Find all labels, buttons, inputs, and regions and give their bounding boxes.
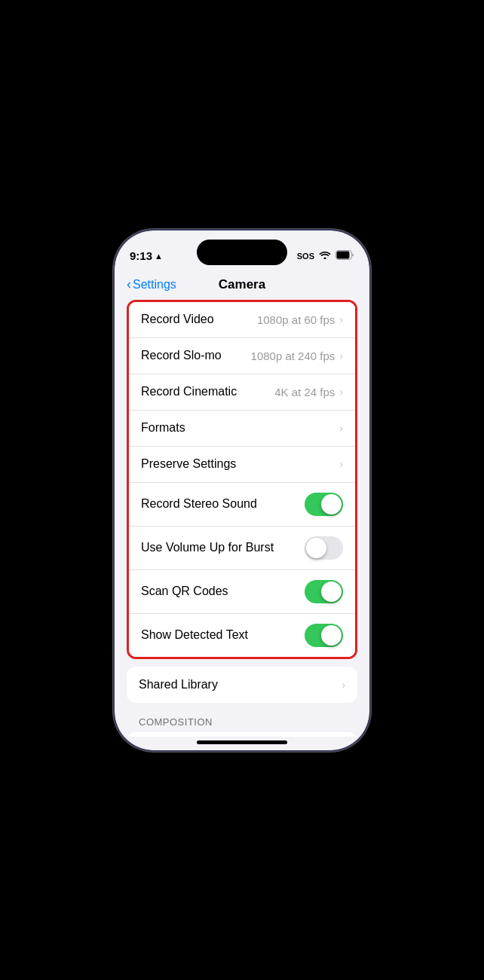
show-detected-text-toggle-knob [321,625,342,646]
shared-library-chevron-icon: › [342,679,345,691]
record-cinematic-value: 4K at 24 fps [274,386,335,398]
formats-right: › [339,422,343,434]
record-cinematic-row[interactable]: Record Cinematic 4K at 24 fps › [129,374,355,411]
record-stereo-sound-toggle[interactable] [305,493,343,516]
show-detected-text-toggle[interactable] [305,624,343,647]
use-volume-burst-toggle[interactable] [305,536,343,560]
use-volume-burst-toggle-knob [306,538,326,558]
dynamic-island [197,240,287,265]
scan-qr-codes-label: Scan QR Codes [141,585,228,598]
show-detected-text-row[interactable]: Show Detected Text [129,614,355,657]
shared-library-group: Shared Library › [127,667,357,703]
composition-group: Grid Level Mirror Front Camera [127,732,357,737]
video-settings-group: Record Video 1080p at 60 fps › Record Sl… [127,300,357,659]
scan-qr-codes-toggle-knob [321,582,342,602]
formats-row[interactable]: Formats › [129,411,355,447]
battery-icon [335,250,354,262]
status-right: SOS [297,250,354,262]
use-volume-burst-row[interactable]: Use Volume Up for Burst [129,527,355,570]
settings-content: Record Video 1080p at 60 fps › Record Sl… [115,300,369,737]
record-cinematic-right: 4K at 24 fps › [274,386,343,398]
record-slomo-row[interactable]: Record Slo-mo 1080p at 240 fps › [129,338,355,374]
back-label: Settings [133,278,176,292]
phone-screen: 9:13 ▲ SOS [115,230,369,750]
record-video-right: 1080p at 60 fps › [257,313,343,326]
preserve-settings-row[interactable]: Preserve Settings › [129,447,355,483]
status-time: 9:13 ▲ [130,249,163,262]
record-slomo-right: 1080p at 240 fps › [251,350,343,362]
sos-badge: SOS [297,252,314,261]
record-video-value: 1080p at 60 fps [257,313,335,326]
use-volume-burst-label: Use Volume Up for Burst [141,541,274,554]
grid-row[interactable]: Grid [127,732,357,737]
home-indicator [197,740,287,744]
preserve-settings-right: › [339,458,343,470]
shared-library-label: Shared Library [139,678,218,691]
preserve-settings-label: Preserve Settings [141,457,236,471]
record-cinematic-label: Record Cinematic [141,385,237,398]
composition-section-header: COMPOSITION [127,710,357,732]
record-cinematic-chevron-icon: › [339,386,343,398]
record-video-row[interactable]: Record Video 1080p at 60 fps › [129,302,355,338]
back-button[interactable]: ‹ Settings [127,276,176,292]
shared-library-right: › [342,679,345,691]
power-button[interactable] [369,366,371,411]
location-icon: ▲ [155,252,163,261]
scan-qr-codes-toggle[interactable] [305,580,343,603]
record-stereo-sound-row[interactable]: Record Stereo Sound [129,483,355,527]
formats-chevron-icon: › [339,422,343,434]
formats-label: Formats [141,421,185,435]
nav-bar: ‹ Settings Camera [115,271,369,300]
record-video-label: Record Video [141,313,214,326]
svg-rect-1 [337,251,350,258]
record-video-chevron-icon: › [339,313,343,325]
record-slomo-value: 1080p at 240 fps [251,350,335,362]
record-slomo-chevron-icon: › [339,350,343,362]
time-display: 9:13 [130,249,152,262]
wifi-icon [319,250,331,261]
scan-qr-codes-row[interactable]: Scan QR Codes [129,570,355,614]
back-chevron-icon: ‹ [127,276,131,292]
phone-frame: 9:13 ▲ SOS [113,229,371,752]
show-detected-text-label: Show Detected Text [141,628,248,642]
shared-library-row[interactable]: Shared Library › [127,667,357,703]
record-stereo-sound-toggle-knob [321,494,342,514]
record-stereo-sound-label: Record Stereo Sound [141,497,257,511]
record-slomo-label: Record Slo-mo [141,349,222,362]
page-title: Camera [219,277,265,292]
preserve-settings-chevron-icon: › [339,458,343,470]
